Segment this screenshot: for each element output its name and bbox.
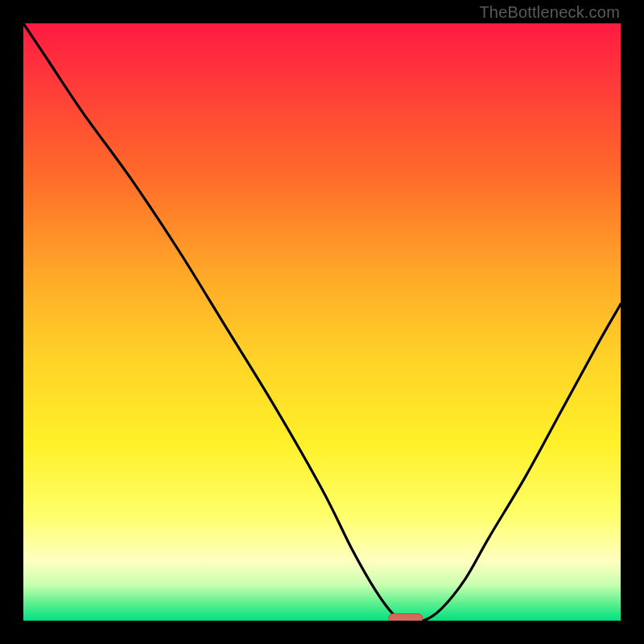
bottleneck-curve <box>23 23 621 621</box>
watermark-text: TheBottleneck.com <box>479 3 620 22</box>
chart-frame: TheBottleneck.com <box>0 0 644 644</box>
plot-area <box>23 23 621 621</box>
optimal-marker <box>389 614 423 621</box>
chart-svg <box>23 23 621 621</box>
